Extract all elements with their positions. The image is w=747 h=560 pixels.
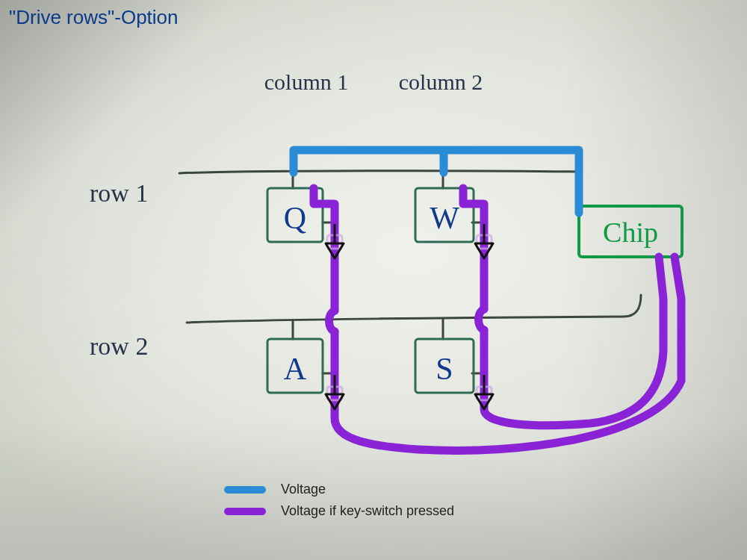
key-a-label: A [284,352,307,386]
legend-voltage-pressed-label: Voltage if key-switch pressed [281,503,454,519]
matrix-diagram: column 1 column 2 row 1 row 2 Q W A [0,0,747,560]
row-labels: row 1 row 2 [90,179,148,360]
col2-label: column 2 [399,69,483,94]
column-headers: column 1 column 2 [264,69,483,94]
row2-label: row 2 [90,332,148,360]
row2-wire [187,295,641,323]
key-to-column-stubs [323,223,484,388]
key-boxes: Q W A S [267,188,474,393]
diode-arrows [326,224,493,409]
legend: Voltage Voltage if key-switch pressed [224,482,454,525]
row1-label: row 1 [90,179,148,207]
row-wires [179,171,641,323]
chip: Chip [579,206,682,257]
legend-swatch-blue [224,486,266,494]
legend-voltage: Voltage [224,482,454,497]
legend-swatch-purple [224,508,266,515]
col1-label: column 1 [264,69,349,94]
key-q-label: Q [284,201,306,235]
legend-voltage-label: Voltage [281,482,326,497]
row1-wire [179,171,579,173]
key-w-label: W [430,201,459,235]
legend-voltage-pressed: Voltage if key-switch pressed [224,503,454,519]
chip-label: Chip [603,217,658,248]
key-s-label: S [436,352,453,386]
sense-col2-lower [484,257,663,426]
